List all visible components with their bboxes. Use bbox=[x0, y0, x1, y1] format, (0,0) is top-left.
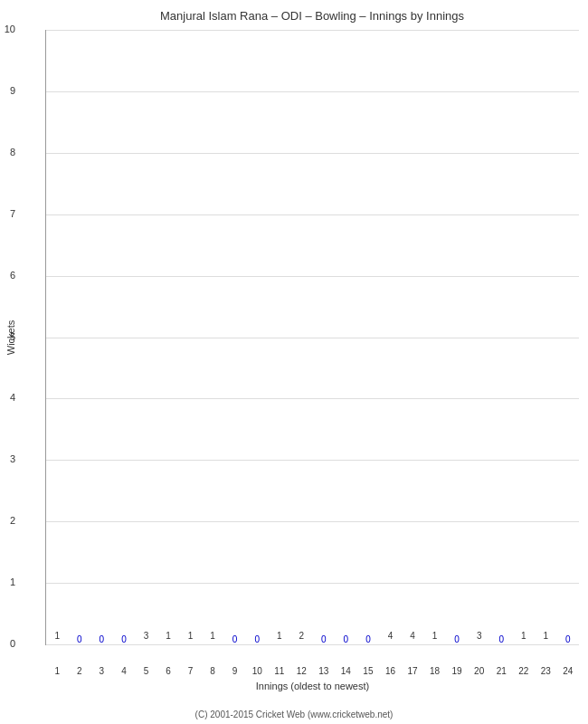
bar-zero-label-3: 0 bbox=[100, 634, 105, 644]
bar-zero-spacer-9 bbox=[226, 632, 242, 633]
bar-group-15: 0 bbox=[357, 632, 380, 644]
x-tick-14: 14 bbox=[335, 666, 357, 676]
x-tick-5: 5 bbox=[135, 666, 157, 676]
bar-zero-label-14: 0 bbox=[344, 634, 349, 644]
x-tick-13: 13 bbox=[313, 666, 336, 676]
bar-value-label-6: 1 bbox=[160, 631, 176, 641]
x-tick-18: 18 bbox=[423, 666, 446, 676]
bar-value-label-23: 1 bbox=[537, 631, 554, 641]
y-tick-7: 7 bbox=[0, 208, 15, 219]
bar-group-24: 0 bbox=[557, 632, 580, 644]
y-tick-5: 5 bbox=[0, 331, 15, 342]
bar-group-19: 0 bbox=[446, 632, 469, 644]
bar-group-3: 0 bbox=[90, 632, 113, 644]
bar-value-label-12: 2 bbox=[293, 631, 309, 641]
x-tick-20: 20 bbox=[468, 666, 490, 676]
bar-zero-label-4: 0 bbox=[121, 634, 127, 644]
bar-zero-spacer-19 bbox=[449, 632, 465, 633]
y-tick-6: 6 bbox=[0, 270, 15, 281]
bar-value-label-7: 1 bbox=[182, 631, 198, 641]
bar-zero-spacer-3 bbox=[93, 632, 109, 633]
x-tick-4: 4 bbox=[113, 666, 136, 676]
x-tick-9: 9 bbox=[223, 666, 246, 676]
chart-title: Manjural Islam Rana – ODI – Bowling – In… bbox=[45, 9, 579, 23]
bar-zero-spacer-14 bbox=[337, 632, 354, 633]
x-tick-12: 12 bbox=[290, 666, 313, 676]
x-tick-7: 7 bbox=[179, 666, 202, 676]
x-tick-16: 16 bbox=[379, 666, 402, 676]
bar-value-label-5: 3 bbox=[138, 631, 154, 641]
x-tick-1: 1 bbox=[46, 666, 69, 676]
x-axis-label: Innings (oldest to newest) bbox=[46, 681, 579, 691]
bar-zero-label-10: 0 bbox=[254, 634, 260, 644]
y-tick-3: 3 bbox=[0, 453, 15, 464]
bar-zero-label-21: 0 bbox=[498, 634, 504, 644]
x-tick-2: 2 bbox=[69, 666, 91, 676]
x-tick-23: 23 bbox=[535, 666, 557, 676]
bar-zero-spacer-13 bbox=[316, 632, 332, 633]
bar-value-label-8: 1 bbox=[204, 631, 221, 641]
bar-value-label-18: 1 bbox=[426, 631, 442, 641]
copyright-text: (C) 2001-2015 Cricket Web (www.cricketwe… bbox=[0, 710, 588, 719]
x-tick-8: 8 bbox=[202, 666, 224, 676]
x-tick-11: 11 bbox=[268, 666, 290, 676]
bar-value-label-20: 3 bbox=[470, 631, 487, 641]
bar-group-14: 0 bbox=[335, 632, 357, 644]
bar-value-label-1: 1 bbox=[49, 631, 65, 641]
x-tick-21: 21 bbox=[490, 666, 513, 676]
x-tick-6: 6 bbox=[157, 666, 180, 676]
bar-value-label-11: 1 bbox=[271, 631, 288, 641]
y-tick-2: 2 bbox=[0, 515, 15, 526]
bar-zero-label-2: 0 bbox=[77, 634, 82, 644]
y-tick-4: 4 bbox=[0, 392, 15, 403]
bar-group-10: 0 bbox=[246, 632, 269, 644]
bar-zero-spacer-2 bbox=[71, 632, 88, 633]
bar-value-label-17: 4 bbox=[404, 631, 421, 641]
bar-zero-spacer-15 bbox=[360, 632, 376, 633]
chart-area: Wickets 109876543210 1000311100120004410… bbox=[45, 30, 579, 645]
bar-zero-spacer-10 bbox=[249, 632, 265, 633]
bar-zero-spacer-21 bbox=[493, 632, 509, 633]
x-tick-15: 15 bbox=[357, 666, 380, 676]
bar-zero-label-15: 0 bbox=[365, 634, 371, 644]
x-tick-3: 3 bbox=[90, 666, 113, 676]
bar-zero-spacer-4 bbox=[116, 632, 132, 633]
bar-group-4: 0 bbox=[113, 632, 136, 644]
x-tick-10: 10 bbox=[246, 666, 269, 676]
y-tick-0: 0 bbox=[0, 638, 15, 649]
bar-group-21: 0 bbox=[490, 632, 513, 644]
bar-zero-spacer-24 bbox=[560, 632, 576, 633]
bar-group-13: 0 bbox=[313, 632, 336, 644]
x-tick-17: 17 bbox=[402, 666, 424, 676]
x-tick-24: 24 bbox=[557, 666, 580, 676]
bar-zero-label-9: 0 bbox=[232, 634, 238, 644]
y-tick-8: 8 bbox=[0, 147, 15, 157]
x-tick-22: 22 bbox=[512, 666, 535, 676]
bar-group-9: 0 bbox=[223, 632, 246, 644]
bar-group-2: 0 bbox=[69, 632, 91, 644]
bar-zero-label-19: 0 bbox=[454, 634, 460, 644]
bar-zero-label-24: 0 bbox=[565, 634, 571, 644]
y-tick-10: 10 bbox=[0, 24, 15, 34]
y-tick-9: 9 bbox=[0, 85, 15, 96]
chart-container: Manjural Islam Rana – ODI – Bowling – In… bbox=[0, 0, 588, 724]
y-tick-1: 1 bbox=[0, 576, 15, 587]
bar-value-label-16: 4 bbox=[382, 631, 398, 641]
x-tick-19: 19 bbox=[446, 666, 469, 676]
bar-zero-label-13: 0 bbox=[321, 634, 327, 644]
bar-value-label-22: 1 bbox=[516, 631, 532, 641]
